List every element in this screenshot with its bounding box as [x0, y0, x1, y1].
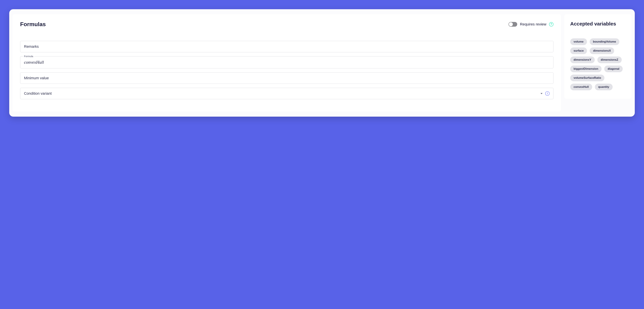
chip-volume[interactable]: volume [570, 38, 587, 45]
variable-chips: volume boundingVolume surface dimensions… [570, 38, 626, 90]
formulas-card: Formulas Requires review ? Remarks Formu… [9, 9, 635, 117]
chip-quantity[interactable]: quantity [595, 84, 613, 90]
chip-convexHull[interactable]: convexHull [570, 84, 592, 90]
chip-dimensionsX[interactable]: dimensionsX [590, 47, 614, 54]
remarks-placeholder: Remarks [24, 44, 550, 49]
chip-diagonal[interactable]: diagonal [604, 65, 623, 72]
help-icon[interactable]: ? [549, 22, 554, 26]
page-title: Formulas [20, 21, 46, 27]
chip-dimensionsY[interactable]: dimensionsY [570, 56, 595, 63]
toggle-knob [509, 22, 513, 26]
chevron-down-icon [540, 93, 542, 94]
chip-surface[interactable]: surface [570, 47, 587, 54]
sidebar-title: Accepted variables [570, 21, 626, 27]
info-icon[interactable]: i [545, 91, 550, 96]
panel-header: Formulas Requires review ? [20, 21, 554, 27]
condition-variant-select[interactable]: Condition variant i [20, 88, 554, 99]
minimum-value-field[interactable]: Minimum value [20, 72, 554, 84]
accepted-variables-panel: Accepted variables volume boundingVolume… [564, 14, 632, 99]
chip-boundingVolume[interactable]: boundingVolume [590, 38, 620, 45]
formulas-panel: Formulas Requires review ? Remarks Formu… [12, 14, 561, 112]
requires-review-toggle[interactable] [508, 22, 517, 27]
minimum-value-placeholder: Minimum value [24, 76, 550, 80]
remarks-field[interactable]: Remarks [20, 41, 554, 52]
formula-label: Formula [23, 55, 34, 58]
requires-review-label: Requires review [520, 22, 546, 26]
chip-volumeSurfaceRatio[interactable]: volumeSurfaceRatio [570, 75, 604, 81]
formula-value: convexHull [24, 60, 550, 65]
chip-dimensionsZ[interactable]: dimensionsZ [598, 56, 622, 63]
formula-field[interactable]: Formula convexHull [20, 56, 554, 68]
requires-review-group: Requires review ? [508, 22, 554, 27]
condition-variant-placeholder: Condition variant [24, 91, 52, 96]
chip-biggestDimension[interactable]: biggestDimension [570, 65, 602, 72]
